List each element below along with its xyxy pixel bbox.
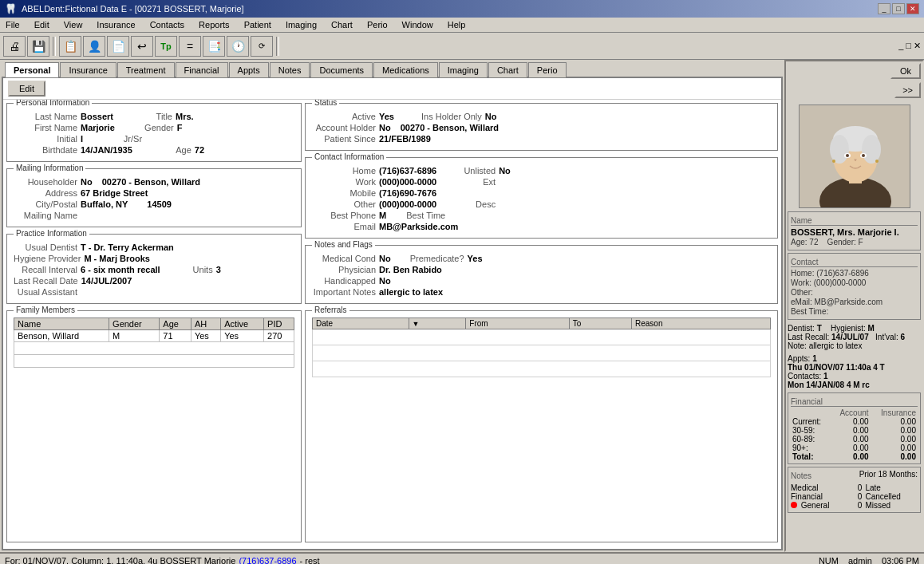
svg-point-11	[832, 160, 835, 163]
cell-pid: 270	[264, 330, 294, 342]
toolbar-btn-8[interactable]: =	[179, 36, 201, 57]
tab-imaging[interactable]: Imaging	[439, 62, 488, 77]
toolbar-btn-4[interactable]: 👤	[83, 36, 105, 57]
content-area: Edit Personal Information Last Name Boss…	[2, 77, 783, 550]
usual-dentist-row: Usual Dentist T - Dr. Terry Ackerman	[14, 243, 294, 252]
menu-chart[interactable]: Chart	[329, 19, 355, 30]
menu-help[interactable]: Help	[445, 19, 468, 30]
ok-button[interactable]: Ok	[890, 63, 921, 79]
menu-perio[interactable]: Perio	[365, 19, 390, 30]
fin-insurance-30: 0.00	[871, 426, 918, 435]
postal-code-value: 14509	[147, 199, 172, 209]
tab-insurance[interactable]: Insurance	[60, 62, 116, 77]
tab-financial[interactable]: Financial	[176, 62, 228, 77]
age-label: Age	[152, 145, 192, 155]
tab-personal[interactable]: Personal	[5, 62, 59, 77]
toolbar-btn-5[interactable]: 📄	[107, 36, 129, 57]
menu-window[interactable]: Window	[400, 19, 436, 30]
fin-label-current: Current:	[791, 417, 831, 426]
work-row: Work (000)000-0000 Ext	[312, 177, 771, 187]
toolbar-btn-6[interactable]: ↩	[131, 36, 153, 57]
toolbar-btn-7[interactable]: Tp	[155, 36, 177, 57]
col-gender: Gender	[109, 318, 160, 330]
jr-sr-label: Jr/Sr	[102, 134, 142, 144]
notes-general-count: 0	[846, 501, 862, 510]
unlisted-label: Unlisted	[456, 166, 496, 176]
home-phone-label: Home	[312, 166, 376, 176]
fin-account-60: 0.00	[831, 435, 871, 444]
maximize-button[interactable]: □	[892, 3, 905, 14]
notes-medical-label: Medical	[791, 483, 846, 492]
svg-point-6	[862, 135, 881, 164]
city-postal-value: Buffalo, NY	[81, 199, 128, 209]
personal-info-section: Personal Information Last Name Bossert T…	[6, 103, 302, 162]
last-name-value: Bossert	[81, 112, 113, 121]
hygiene-provider-label: Hygiene Provider	[14, 254, 81, 263]
fin-row-90: 90+: 0.00 0.00	[791, 444, 918, 452]
close-button[interactable]: ✕	[906, 3, 919, 14]
table-row[interactable]: Benson, Willard M 71 Yes Yes 270	[14, 330, 294, 342]
unlisted-value: No	[499, 166, 511, 176]
menu-patient[interactable]: Patient	[242, 19, 274, 30]
sidebar-note-label: Note:	[788, 341, 807, 350]
window-controls[interactable]: _ □ ✕	[878, 3, 919, 14]
address-value: 67 Bridge Street	[81, 188, 148, 198]
col-pid: PID	[264, 318, 294, 330]
toolbar-btn-1[interactable]: 🖨	[3, 36, 26, 57]
personal-info-title: Personal Information	[14, 100, 92, 107]
last-name-label: Last Name	[14, 112, 77, 121]
toolbar-sep-2	[276, 37, 279, 56]
last-recall-value: 14/JUL/2007	[81, 276, 132, 286]
toolbar-btn-10[interactable]: 🕐	[227, 36, 249, 57]
title-bar: 🦷 ABELDent:Fictional Data E - [00271 BOS…	[0, 0, 924, 18]
edit-button[interactable]: Edit	[8, 81, 45, 97]
fin-col-account: Account	[831, 408, 871, 417]
important-notes-label: Important Notes	[312, 287, 376, 297]
minimize-button[interactable]: _	[878, 3, 890, 14]
menu-file[interactable]: File	[3, 19, 22, 30]
tab-notes[interactable]: Notes	[270, 62, 310, 77]
sidebar-interval-value: 6	[900, 333, 905, 341]
account-holder-label: Account Holder	[312, 123, 376, 132]
tab-chart[interactable]: Chart	[488, 62, 527, 77]
ref-row-empty3	[313, 361, 771, 377]
ref-col-date: Date	[313, 318, 409, 329]
householder-id-value: 00270 - Benson, Willard	[102, 177, 200, 187]
arrow-button[interactable]: >>	[894, 82, 921, 98]
fin-row-30: 30-59: 0.00 0.00	[791, 426, 918, 435]
patient-since-row: Patient Since 21/FEB/1989	[312, 134, 771, 144]
status-section: Status Active Yes Ins Holder Only No Acc…	[305, 103, 778, 151]
menu-edit[interactable]: Edit	[32, 19, 52, 30]
menu-contacts[interactable]: Contacts	[148, 19, 187, 30]
mailing-name-row: Mailing Name	[14, 211, 294, 220]
fin-account-30: 0.00	[831, 426, 871, 435]
tab-medications[interactable]: Medications	[373, 62, 438, 77]
tab-perio[interactable]: Perio	[528, 62, 567, 77]
sidebar-dentist-label: Dentist:	[788, 324, 815, 333]
mobile-value: (716)690-7676	[379, 188, 436, 198]
family-table: Name Gender Age AH Active PID	[14, 317, 294, 368]
menu-reports[interactable]: Reports	[196, 19, 232, 30]
toolbar-btn-3[interactable]: 📋	[59, 36, 81, 57]
referrals-title: Referrals	[312, 306, 349, 314]
menu-view[interactable]: View	[61, 19, 85, 30]
menu-insurance[interactable]: Insurance	[94, 19, 137, 30]
notes-flags-content: Medical Cond No Premedicate? Yes Physici…	[306, 246, 777, 303]
address-row: Address 67 Bridge Street	[14, 188, 294, 198]
tab-documents[interactable]: Documents	[310, 62, 373, 77]
notes-financial-count: 0	[846, 492, 862, 501]
status-phone[interactable]: (716)637-6896	[239, 556, 296, 564]
toolbar-btn-2[interactable]: 💾	[27, 36, 49, 57]
tab-treatment[interactable]: Treatment	[117, 62, 175, 77]
ins-holder-label: Ins Holder Only	[421, 112, 482, 121]
toolbar-btn-11[interactable]: ⟳	[251, 36, 273, 57]
right-sidebar: Ok >>	[784, 60, 924, 552]
toolbar-btn-9[interactable]: 📑	[203, 36, 225, 57]
menu-imaging[interactable]: Imaging	[283, 19, 319, 30]
personal-info-content: Last Name Bossert Title Mrs. First Name …	[7, 104, 301, 161]
tab-appts[interactable]: Appts	[229, 62, 269, 77]
sidebar-last-recall-value: 14/JUL/07	[831, 333, 869, 341]
sidebar-appts-section: Appts: 1 Thu 01/NOV/07 11:40a 4 T Contac…	[788, 353, 921, 390]
ref-col-to: To	[569, 318, 631, 329]
ref-col-reason: Reason	[632, 318, 771, 329]
